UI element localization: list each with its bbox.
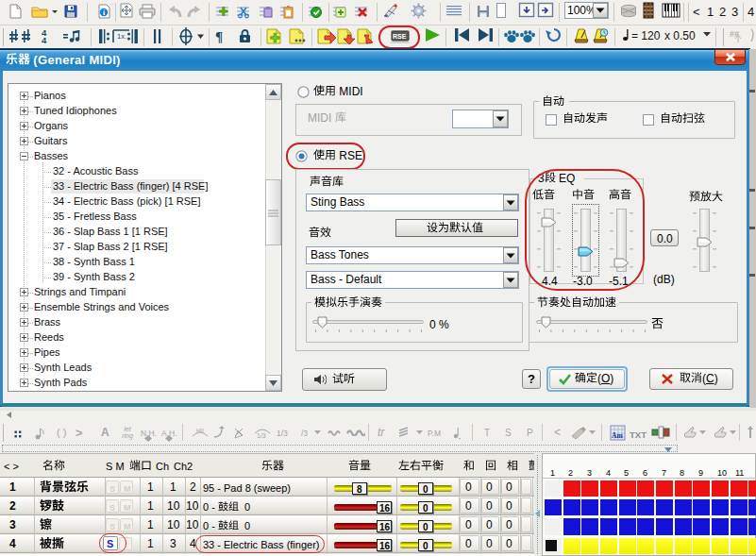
svg-text:H0: H0 <box>196 428 204 433</box>
svg-text:4: 4 <box>42 35 47 44</box>
svg-text:¶: ¶ <box>215 29 223 44</box>
svg-text:Am: Am <box>612 431 623 440</box>
svg-text:1/3: 1/3 <box>257 432 266 439</box>
